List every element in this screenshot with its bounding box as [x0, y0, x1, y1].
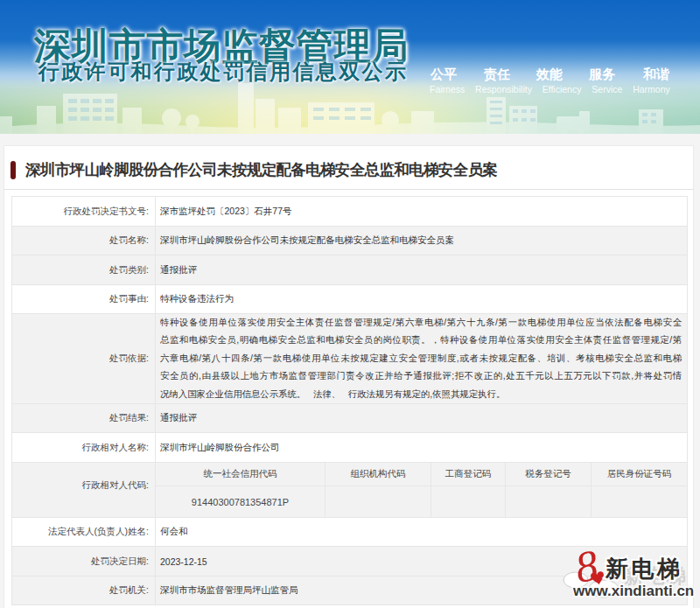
svg-text:www.xindianti.cn: www.xindianti.cn — [572, 583, 694, 599]
svg-text:新电梯: 新电梯 — [605, 556, 683, 582]
